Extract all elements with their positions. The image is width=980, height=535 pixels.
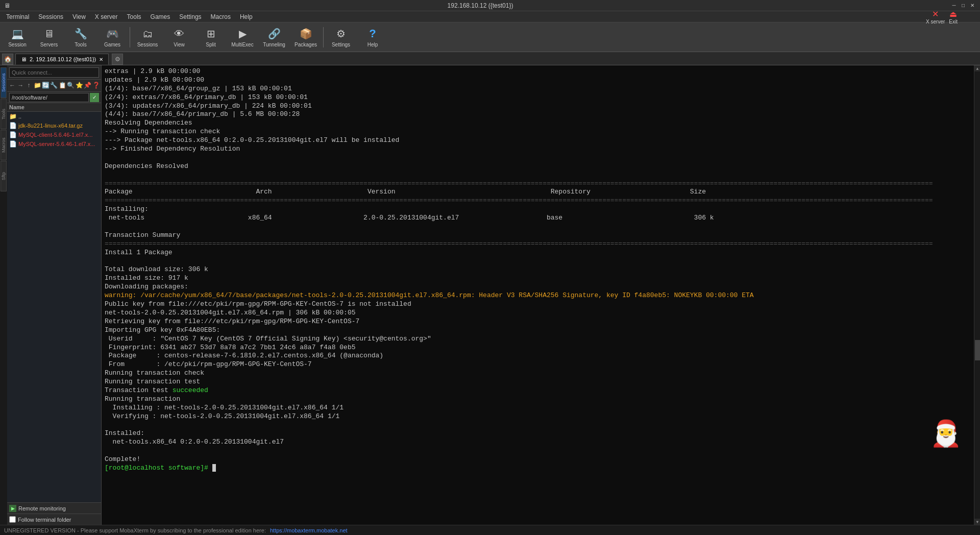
toolbar-separator-1 [130, 27, 130, 47]
follow-terminal-checkbox[interactable] [9, 516, 16, 523]
settings-icon: ⚙ [334, 27, 348, 41]
menu-macros[interactable]: Macros [207, 12, 235, 21]
nav-forward-button[interactable]: → [16, 81, 24, 90]
terminal-line: Verifying : net-tools-2.0-0.25.20131004g… [105, 412, 971, 421]
vtab-sftp[interactable]: Sftp [1, 161, 7, 191]
toolbar-tools[interactable]: 🔧 Tools [65, 23, 96, 51]
follow-terminal-bar: Follow terminal folder [7, 514, 101, 525]
terminal-scrollbar[interactable]: ▲ ▼ [974, 65, 980, 525]
terminal-prompt-line: [root@localhost software]# [105, 464, 971, 473]
tree-item-mysql-server[interactable]: 📄 MySQL-server-5.6.46-1.el7.x... [7, 139, 101, 149]
menu-games[interactable]: Games [146, 12, 175, 21]
quick-connect-input[interactable] [9, 67, 99, 78]
toolbar-help[interactable]: ? Help [357, 23, 388, 51]
minimize-button[interactable]: ─ [950, 2, 958, 9]
clipboard-button[interactable]: 📋 [59, 81, 66, 90]
toolbar-packages[interactable]: 📦 Packages [290, 23, 321, 51]
toolbar-tunneling[interactable]: 🔗 Tunneling [259, 23, 289, 51]
tree-item-parent[interactable]: 📁 .. [7, 112, 101, 121]
toolbar-separator-2 [323, 27, 324, 47]
window-controls: ─ □ ✕ [950, 2, 976, 9]
scrollbar-thumb[interactable] [975, 340, 980, 360]
toolbar-split[interactable]: ⊞ Split [195, 23, 226, 51]
terminal-line: Fingerprint: 6341 ab27 53d7 8a78 a7c2 7b… [105, 344, 971, 352]
toolbar-games[interactable]: 🎮 Games [97, 23, 128, 51]
menu-help[interactable]: Help [236, 12, 257, 21]
terminal-line [105, 257, 971, 266]
bookmark-button[interactable]: ⭐ [76, 81, 83, 90]
sidebar-settings-button[interactable]: 🔧 [50, 81, 58, 90]
statusbar-link[interactable]: https://mobaxterm.mobatek.net [270, 527, 348, 533]
menu-settings[interactable]: Settings [175, 12, 205, 21]
menu-view[interactable]: View [68, 12, 90, 21]
monitor-icon: ▶ [9, 505, 16, 512]
toolbar-multiexec[interactable]: ▶ MultiExec [227, 23, 258, 51]
terminal-line: net-tools x86_64 2.0-0.25.20131004git.el… [105, 214, 971, 223]
menu-sessions[interactable]: Sessions [34, 12, 67, 21]
menu-tools[interactable]: Tools [123, 12, 145, 21]
terminal-line: Package : centos-release-7-6.1810.2.el7.… [105, 352, 971, 360]
toolbar-settings[interactable]: ⚙ Settings [326, 23, 356, 51]
toolbar-servers[interactable]: 🖥 Servers [34, 23, 64, 51]
nav-up-button[interactable]: ↑ [25, 81, 33, 90]
menubar: Terminal Sessions View X server Tools Ga… [0, 11, 980, 22]
menu-xserver[interactable]: X server [91, 12, 122, 21]
search-button[interactable]: 🔍 [67, 81, 75, 90]
path-input[interactable] [9, 93, 89, 102]
toolbar-session[interactable]: 💻 Session [2, 23, 33, 51]
menu-terminal[interactable]: Terminal [2, 12, 33, 21]
tree-item-jdk[interactable]: 📄 jdk-8u221-linux-x64.tar.gz [7, 121, 101, 130]
scrollbar-up-button[interactable]: ▲ [974, 65, 980, 71]
sidebar: ← → ↑ 📁 🔄 🔧 📋 🔍 ⭐ 📌 ❓ ✓ Name 📁 .. 📄 [7, 65, 102, 525]
terminal-line: Transaction test succeeded [105, 386, 971, 395]
remote-monitor-bar[interactable]: ▶ Remote monitoring [7, 502, 101, 514]
pin-button[interactable]: 📌 [84, 81, 91, 90]
follow-terminal-label: Follow terminal folder [18, 517, 71, 523]
tab-home-button[interactable]: 🏠 [2, 54, 13, 65]
toolbar-sessions[interactable]: 🗂 Sessions [132, 23, 163, 51]
tree-item-mysql-server-label: MySQL-server-5.6.46-1.el7.x... [18, 141, 95, 147]
vtab-sessions[interactable]: Sessions [1, 67, 7, 98]
terminal-line: updates | 2.9 kB 00:00:00 [105, 76, 971, 85]
scrollbar-down-button[interactable]: ▼ [974, 519, 980, 525]
xserver-button[interactable]: ✕ X server [926, 9, 945, 25]
tree-item-mysql-client[interactable]: 📄 MySQL-client-5.6.46-1.el7.x... [7, 130, 101, 139]
file-tree[interactable]: Name 📁 .. 📄 jdk-8u221-linux-x64.tar.gz 📄… [7, 103, 101, 502]
terminal-line: Install 1 Package [105, 249, 971, 257]
vtab-tools[interactable]: Tools [1, 99, 7, 129]
mysql-server-icon: 📄 [9, 140, 16, 148]
terminal-line: Running transaction test [105, 378, 971, 386]
vtab-macros[interactable]: Macros [1, 130, 7, 160]
tab-gear-button[interactable]: ⚙ [112, 54, 123, 65]
statusbar: UNREGISTERED VERSION - Please support Mo… [0, 525, 980, 535]
terminal-line: Running transaction check [105, 369, 971, 378]
sidebar-help-button[interactable]: ❓ [92, 81, 100, 90]
maximize-button[interactable]: □ [960, 2, 967, 9]
terminal-line: Userid : "CentOS 7 Key (CentOS 7 Officia… [105, 335, 971, 344]
tree-item-mysql-client-label: MySQL-client-5.6.46-1.el7.x... [18, 132, 93, 138]
games-icon: 🎮 [105, 27, 119, 41]
path-ok-button[interactable]: ✓ [90, 93, 99, 102]
tabbar: 🏠 🖥 2. 192.168.10.12 ({test01}) ✕ ⚙ [0, 52, 980, 65]
exit-button[interactable]: ⏏ Exit [949, 9, 958, 25]
toolbar-view[interactable]: 👁 View [164, 23, 194, 51]
terminal[interactable]: extras | 2.9 kB 00:00:00 updates [102, 65, 974, 525]
tab-session-1[interactable]: 🖥 2. 192.168.10.12 ({test01}) ✕ [15, 54, 109, 65]
terminal-line: Running transaction [105, 395, 971, 404]
tree-header: Name [7, 103, 101, 112]
tree-item-jdk-label: jdk-8u221-linux-x64.tar.gz [18, 123, 83, 129]
scrollbar-track[interactable] [974, 71, 980, 519]
terminal-line: (4/4): base/7/x86_64/primary_db | 5.6 MB… [105, 110, 971, 119]
terminal-line: Installed size: 917 k [105, 274, 971, 283]
terminal-line: (1/4): base/7/x86_64/group_gz | 153 kB 0… [105, 85, 971, 93]
refresh-button[interactable]: 🔄 [42, 81, 50, 90]
sidebar-toolbar: ← → ↑ 📁 🔄 🔧 📋 🔍 ⭐ 📌 ❓ [7, 80, 101, 92]
close-button[interactable]: ✕ [969, 2, 976, 9]
titlebar: 🖥 192.168.10.12 ({test01}) ─ □ ✕ [0, 0, 980, 11]
nav-back-button[interactable]: ← [8, 81, 16, 90]
terminal-line: Installing : net-tools-2.0-0.25.20131004… [105, 404, 971, 412]
new-folder-button[interactable]: 📁 [33, 81, 41, 90]
remote-monitor-label: Remote monitoring [18, 505, 66, 512]
tab-close-button[interactable]: ✕ [99, 57, 103, 62]
terminal-warning-line: warning: /var/cache/yum/x86_64/7/base/pa… [105, 291, 971, 300]
